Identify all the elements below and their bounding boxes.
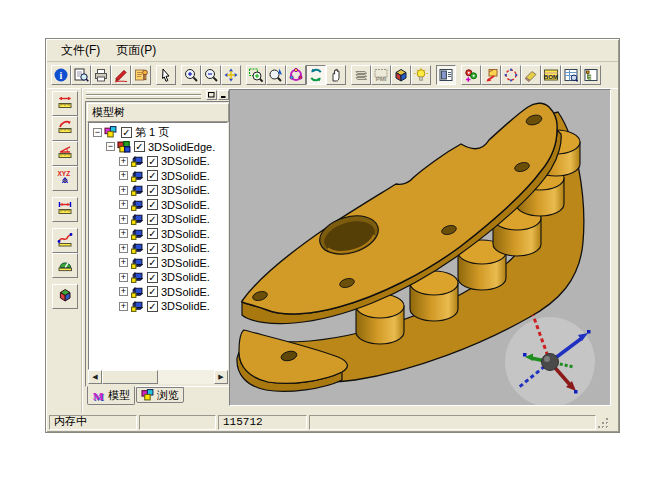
visibility-checkbox[interactable]: ✓ <box>147 301 158 312</box>
expand-toggle[interactable]: + <box>119 200 128 209</box>
tree-node-label[interactable]: 3DSolidE. <box>161 300 210 312</box>
side-measure-distance-button[interactable] <box>52 91 78 116</box>
tree-row[interactable]: +✓3DSolidE. <box>89 227 227 242</box>
toolbar-security-key-button[interactable] <box>131 65 151 85</box>
visibility-checkbox[interactable]: ✓ <box>147 199 158 210</box>
visibility-checkbox[interactable]: ✓ <box>134 141 145 152</box>
expand-toggle[interactable]: + <box>119 258 128 267</box>
tree-row[interactable]: +✓3DSolidE. <box>89 169 227 184</box>
toolbar-rotate-button[interactable] <box>306 65 326 85</box>
visibility-checkbox[interactable]: ✓ <box>121 127 132 138</box>
tree-node-label[interactable]: 3DSolidE. <box>161 228 210 240</box>
tree-row[interactable]: +✓3DSolidE. <box>89 299 227 314</box>
expand-toggle[interactable]: + <box>119 273 128 282</box>
expand-toggle[interactable]: + <box>119 302 128 311</box>
tree-row[interactable]: +✓3DSolidE. <box>89 241 227 256</box>
toolbar-bom-button[interactable]: BOM <box>541 65 561 85</box>
scroll-track[interactable] <box>158 370 214 384</box>
expand-toggle[interactable]: + <box>119 186 128 195</box>
orientation-ball[interactable] <box>505 315 595 405</box>
expand-toggle[interactable]: + <box>119 171 128 180</box>
scroll-right-arrow[interactable]: ▶ <box>214 370 228 384</box>
tree-row[interactable]: +✓3DSolidE. <box>89 285 227 300</box>
toolbar-eraser-button[interactable] <box>521 65 541 85</box>
visibility-checkbox[interactable]: ✓ <box>147 214 158 225</box>
resize-grip[interactable] <box>597 416 610 429</box>
toolbar-panel-toggle-button[interactable] <box>436 65 456 85</box>
panel-float-button[interactable] <box>206 90 217 100</box>
tree-node-label[interactable]: 3DSolidE. <box>161 257 210 269</box>
side-measure-curve-button[interactable] <box>52 228 78 253</box>
tree-node-label[interactable]: 3DSolidE. <box>161 242 210 254</box>
tree-node-label[interactable]: 3DSolidE. <box>161 199 210 211</box>
expand-toggle[interactable]: + <box>119 229 128 238</box>
tree-row[interactable]: +✓3DSolidE. <box>89 256 227 271</box>
toolbar-layers-button[interactable] <box>351 65 371 85</box>
toolbar-zoom-in-button[interactable] <box>181 65 201 85</box>
expand-toggle[interactable]: + <box>119 244 128 253</box>
side-measure-arc-button[interactable] <box>52 116 78 141</box>
toolbar-report-table-button[interactable] <box>561 65 581 85</box>
visibility-checkbox[interactable]: ✓ <box>147 257 158 268</box>
toolbar-view-cube-button[interactable] <box>391 65 411 85</box>
tree-node-label[interactable]: 3DSolidE. <box>161 155 210 167</box>
toolbar-markup-pen-button[interactable] <box>111 65 131 85</box>
expand-toggle[interactable]: + <box>119 157 128 166</box>
toolbar-select-cursor-button[interactable] <box>156 65 176 85</box>
toolbar-lighting-button[interactable] <box>411 65 431 85</box>
tree-node-label[interactable]: 3DSolidEdge. <box>148 141 215 153</box>
menu-page[interactable]: 页面(P) <box>108 40 164 61</box>
tree-horizontal-scrollbar[interactable]: ◀ ▶ <box>88 370 228 384</box>
toolbar-tree-list-button[interactable] <box>581 65 601 85</box>
toolbar-print-button[interactable] <box>91 65 111 85</box>
toolbar-open-preview-button[interactable] <box>71 65 91 85</box>
visibility-checkbox[interactable]: ✓ <box>147 170 158 181</box>
tree-row[interactable]: −✓3DSolidEdge. <box>89 140 227 155</box>
toolbar-zoom-window-button[interactable] <box>246 65 266 85</box>
side-measure-span-button[interactable] <box>52 197 78 222</box>
panel-grip-bar[interactable] <box>85 89 231 101</box>
toolbar-settings-gears-button[interactable] <box>461 65 481 85</box>
tab-model[interactable]: MM 模型 <box>87 386 135 405</box>
tree-row[interactable]: +✓3DSolidE. <box>89 154 227 169</box>
side-measure-angle-button[interactable] <box>52 141 78 166</box>
tree-row[interactable]: +✓3DSolidE. <box>89 270 227 285</box>
toolbar-hand-pan-button[interactable] <box>326 65 346 85</box>
toolbar-orbit-button[interactable] <box>286 65 306 85</box>
expand-toggle[interactable]: − <box>106 142 115 151</box>
visibility-checkbox[interactable]: ✓ <box>147 243 158 254</box>
expand-toggle[interactable]: + <box>119 215 128 224</box>
tree-row[interactable]: +✓3DSolidE. <box>89 212 227 227</box>
viewport-3d[interactable] <box>229 89 611 406</box>
tree-row[interactable]: −✓第 1 页 <box>89 125 227 140</box>
expand-toggle[interactable]: + <box>119 287 128 296</box>
visibility-checkbox[interactable]: ✓ <box>147 156 158 167</box>
toolbar-export-model-button[interactable] <box>481 65 501 85</box>
toolbar-zoom-select-button[interactable] <box>266 65 286 85</box>
toolbar-pmi-button[interactable]: PMI <box>371 65 391 85</box>
tree-node-label[interactable]: 3DSolidE. <box>161 213 210 225</box>
side-measure-gauge-button[interactable] <box>52 253 78 278</box>
visibility-checkbox[interactable]: ✓ <box>147 185 158 196</box>
viewport-canvas[interactable] <box>230 90 610 405</box>
toolbar-pan-button[interactable] <box>221 65 241 85</box>
tree-node-label[interactable]: 3DSolidE. <box>161 184 210 196</box>
side-measure-coordinate-button[interactable]: XYZ <box>52 166 78 191</box>
visibility-checkbox[interactable]: ✓ <box>147 286 158 297</box>
tree-row[interactable]: +✓3DSolidE. <box>89 183 227 198</box>
toolbar-info-about-button[interactable]: i <box>51 65 71 85</box>
tree-node-label[interactable]: 3DSolidE. <box>161 286 210 298</box>
expand-toggle[interactable]: − <box>93 128 102 137</box>
visibility-checkbox[interactable]: ✓ <box>147 228 158 239</box>
scroll-left-arrow[interactable]: ◀ <box>88 370 102 384</box>
scroll-thumb[interactable] <box>102 370 158 384</box>
toolbar-explode-button[interactable] <box>501 65 521 85</box>
tree-node-label[interactable]: 3DSolidE. <box>161 170 210 182</box>
tab-browse[interactable]: 浏览 <box>136 387 184 403</box>
menu-file[interactable]: 文件(F) <box>53 40 108 61</box>
tree-node-label[interactable]: 第 1 页 <box>135 125 169 140</box>
tree-row[interactable]: +✓3DSolidE. <box>89 198 227 213</box>
panel-hide-button[interactable] <box>218 90 229 100</box>
tree-node-label[interactable]: 3DSolidE. <box>161 271 210 283</box>
side-section-view-button[interactable] <box>52 284 78 309</box>
